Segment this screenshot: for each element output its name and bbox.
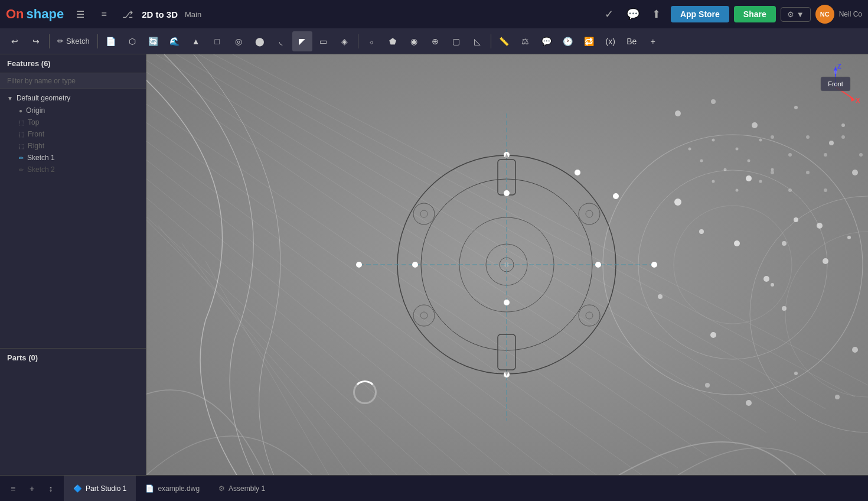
svg-point-81 [824,188,827,192]
svg-point-49 [674,206,792,324]
tool-pattern[interactable]: ⬟ [383,31,403,51]
chat-button[interactable]: 💬 [624,5,642,24]
axis-indicator[interactable]: Z X Front [809,60,862,113]
list-button[interactable]: ≡ [94,5,113,24]
origin-icon: ● [19,108,22,114]
tool-new-document[interactable]: 📄 [101,31,121,51]
check-notification-button[interactable]: ✓ [600,5,619,24]
tool-variable[interactable]: (x) [601,31,621,51]
svg-point-54 [782,306,787,311]
tool-sim[interactable]: 🔁 [579,31,599,51]
sketch-icon: ✏ [57,37,64,45]
feature-label-top: Top [28,118,39,126]
tool-loft[interactable]: ▲ [186,31,206,51]
svg-point-33 [579,305,600,326]
tab-add-button[interactable]: + [24,480,40,497]
tool-cylinder[interactable]: ◎ [229,31,249,51]
toolbar-separator-3 [358,34,358,48]
features-header: Features (6) [0,54,146,73]
tool-box[interactable]: □ [207,31,227,51]
svg-point-47 [603,135,863,395]
canvas-area[interactable]: Z X Front [146,54,868,475]
tool-draft[interactable]: ◺ [468,31,488,51]
tool-sphere[interactable]: ⬤ [250,31,270,51]
tool-clock[interactable]: 🕐 [558,31,578,51]
svg-point-68 [746,400,752,406]
svg-line-8 [146,208,471,475]
list-item[interactable]: ● Origin [0,105,146,116]
svg-point-22 [486,244,527,285]
svg-line-12 [146,72,707,456]
tool-fillet[interactable]: ◟ [271,31,291,51]
redo-button[interactable]: ↪ [26,31,46,51]
filter-input[interactable] [0,73,146,89]
feature-label-right: Right [28,142,44,150]
sketch-viewport [146,54,868,475]
menu-button[interactable]: ☰ [71,5,90,24]
tool-measure[interactable]: 📏 [494,31,514,51]
svg-point-93 [712,139,715,142]
tool-sweep[interactable]: 🌊 [165,31,185,51]
svg-point-57 [699,229,704,234]
app-store-button[interactable]: App Store [671,6,729,22]
svg-point-67 [705,383,710,388]
tool-revolve[interactable]: 🔄 [143,31,164,51]
tool-split[interactable]: ◈ [335,31,355,51]
svg-point-59 [771,283,774,287]
tab-expand-button[interactable]: ↕ [43,480,59,497]
tool-circular-pattern[interactable]: ◉ [404,31,424,51]
plane-icon: ⬚ [19,131,24,138]
feature-group-default: ▼ Default geometry ● Origin ⬚ Top ⬚ Fron… [0,89,146,178]
tool-chamfer[interactable]: ◤ [292,31,312,51]
list-item[interactable]: ⬚ Front [0,128,146,140]
svg-point-86 [817,223,823,229]
list-item[interactable]: ✏ Sketch 2 [0,164,146,175]
tool-mass-properties[interactable]: ⚖ [515,31,536,51]
list-item[interactable]: ⬚ Right [0,140,146,152]
part-studio-icon: 🔷 [73,484,82,493]
svg-rect-0 [146,54,868,475]
svg-line-13 [146,60,737,444]
tool-boolean[interactable]: ⊕ [425,31,445,51]
svg-point-78 [771,171,774,174]
tool-section[interactable]: ▭ [314,31,334,51]
svg-point-79 [788,188,792,192]
share-button[interactable]: Share [734,6,776,22]
tab-assembly[interactable]: ⚙ Assembly 1 [209,476,275,501]
tool-extrude[interactable]: ⬡ [122,31,142,51]
dwg-icon: 📄 [145,484,154,493]
document-title: 2D to 3D [142,9,178,19]
list-item[interactable]: ✏ Sketch 1 [0,152,146,164]
branch-button[interactable]: ⎇ [118,5,137,24]
list-item[interactable]: ⬚ Top [0,116,146,128]
tool-shell[interactable]: ▢ [446,31,466,51]
tab-part-studio[interactable]: 🔷 Part Studio 1 [64,476,136,501]
svg-point-111 [834,70,837,74]
undo-button[interactable]: ↩ [5,31,25,51]
svg-point-73 [788,153,792,157]
svg-line-2 [146,102,648,475]
svg-text:Front: Front [828,80,843,87]
tab-menu-button[interactable]: ≡ [5,480,21,497]
tool-mirror[interactable]: ⬦ [361,31,381,51]
upload-button[interactable]: ⬆ [647,5,666,24]
settings-button[interactable]: ⚙ ▼ [781,7,811,22]
tab-dwg[interactable]: 📄 example.dwg [136,476,209,501]
svg-line-7 [146,190,501,475]
toolbar: ↩ ↪ ✏ Sketch 📄 ⬡ 🔄 🌊 ▲ □ ◎ ⬤ ◟ ◤ ▭ ◈ ⬦ ⬟… [0,28,868,54]
avatar[interactable]: NC [815,5,834,24]
tool-more[interactable]: + [643,31,663,51]
sketch-icon: ✏ [19,155,24,161]
svg-point-24 [504,262,509,267]
sketch-button[interactable]: ✏ Sketch [53,34,94,48]
default-geometry-header[interactable]: ▼ Default geometry [0,92,146,105]
svg-rect-27 [498,160,515,195]
svg-point-100 [712,180,715,183]
plane-icon: ⬚ [19,143,24,149]
tool-comment[interactable]: 💬 [537,31,557,51]
logo[interactable]: Onshape [6,6,64,22]
tool-be[interactable]: Be [622,31,642,51]
svg-point-21 [459,217,554,312]
plane-icon: ⬚ [19,119,24,126]
logo-on: On [6,6,24,22]
